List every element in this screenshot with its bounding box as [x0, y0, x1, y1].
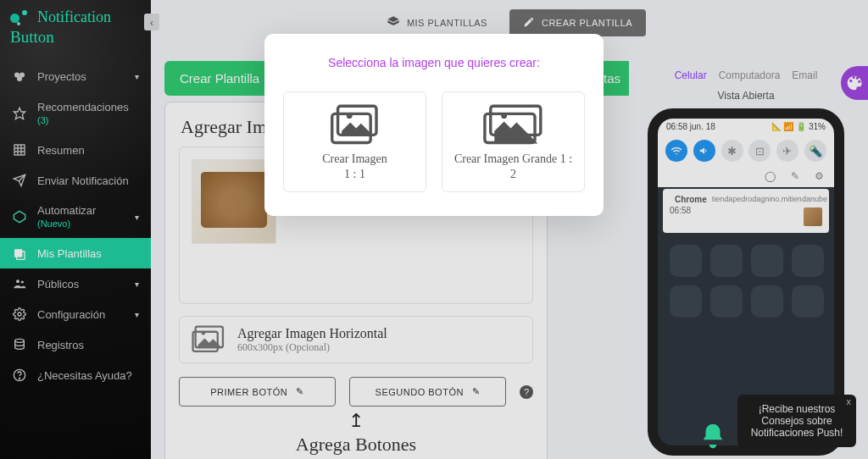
modal-overlay[interactable]: Selecciona la imagen que quieres crear: …: [0, 0, 868, 459]
modal-title: Selecciona la imagen que quieres crear:: [283, 56, 585, 69]
card-caption: Crear Imagen Grande 1 :: [449, 152, 577, 167]
card-caption: 1 : 1: [291, 167, 419, 182]
image-icon: [291, 104, 419, 147]
image-picker-modal: Selecciona la imagen que quieres crear: …: [264, 34, 604, 216]
create-image-1-2[interactable]: Crear Imagen Grande 1 : 2: [442, 91, 585, 192]
card-caption: 2: [449, 167, 577, 182]
card-caption: Crear Imagen: [291, 152, 419, 167]
image-icon: [449, 104, 577, 147]
create-image-1-1[interactable]: Crear Imagen 1 : 1: [283, 91, 426, 192]
